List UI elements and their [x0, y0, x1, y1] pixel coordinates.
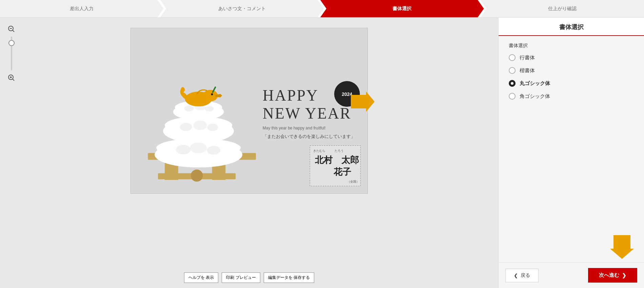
font-option-kaku-gothic[interactable]: 角ゴシック体 [509, 93, 634, 100]
font-option-gyosho[interactable]: 行書体 [509, 54, 634, 61]
font-option-maru-gothic[interactable]: 丸ゴシック体 [509, 80, 634, 87]
step-2[interactable]: 書体選択 [320, 0, 484, 17]
font-option-kaisho[interactable]: 楷書体 [509, 67, 634, 74]
svg-text:HAPPY: HAPPY [263, 87, 319, 104]
main-layout: HAPPY 2024 NEW YEAR May this year be hap… [0, 18, 644, 288]
svg-point-22 [207, 124, 218, 131]
radio-kaku-gothic[interactable] [509, 93, 516, 100]
font-label-kaisho: 楷書体 [520, 67, 535, 74]
svg-text:（全国）: （全国） [347, 180, 359, 183]
svg-point-20 [180, 123, 192, 131]
step-1[interactable]: あいさつ文・コメント [160, 0, 324, 17]
svg-text:「またお会いできるのを楽しみにしています」: 「またお会いできるのを楽しみにしています」 [263, 134, 355, 139]
panel-body: 書体選択 行書体 楷書体 丸ゴシック体 角ゴシック体 [499, 36, 644, 235]
svg-text:花子: 花子 [333, 167, 351, 177]
bottom-toolbar: ヘルプを 表示 印刷 プレビュー 編集データを 保存する [184, 272, 314, 283]
font-label-gyosho: 行書体 [520, 55, 535, 61]
radio-maru-gothic[interactable] [509, 80, 516, 87]
next-button[interactable]: 次へ進む ❯ [588, 268, 637, 283]
svg-point-17 [207, 146, 221, 155]
step-3[interactable]: 仕上がり確認 [481, 0, 644, 17]
zoom-controls [7, 24, 16, 83]
zoom-slider-thumb[interactable] [8, 40, 15, 46]
panel-footer: ❮ 戻る 次へ進む ❯ [499, 262, 644, 288]
svg-text:北村　太郎: 北村 太郎 [315, 155, 359, 165]
svg-point-21 [194, 121, 207, 130]
svg-point-25 [184, 105, 194, 111]
radio-gyosho[interactable] [509, 54, 516, 61]
save-button[interactable]: 編集データを 保存する [264, 272, 314, 283]
svg-text:NEW YEAR: NEW YEAR [263, 105, 351, 122]
svg-point-15 [176, 145, 191, 155]
svg-text:きたむら　　　たろう: きたむら たろう [313, 149, 344, 153]
svg-point-16 [190, 143, 207, 153]
font-label-maru-gothic: 丸ゴシック体 [520, 80, 550, 87]
stepper: 差出人入力あいさつ文・コメント書体選択仕上がり確認 [0, 0, 644, 18]
svg-marker-44 [610, 235, 634, 259]
back-button[interactable]: ❮ 戻る [505, 269, 539, 282]
section-title: 書体選択 [509, 43, 634, 49]
help-button[interactable]: ヘルプを 表示 [184, 272, 218, 283]
svg-line-2 [13, 30, 15, 32]
down-arrow-icon [610, 235, 634, 259]
zoom-in-icon[interactable] [7, 73, 16, 83]
down-arrow-container [499, 235, 644, 262]
card-preview: HAPPY 2024 NEW YEAR May this year be hap… [130, 28, 368, 194]
panel-title: 書体選択 [499, 18, 644, 36]
radio-kaisho[interactable] [509, 67, 516, 74]
canvas-area: HAPPY 2024 NEW YEAR May this year be hap… [0, 18, 498, 288]
svg-marker-43 [351, 91, 375, 112]
svg-point-12 [191, 169, 203, 182]
font-label-kaku-gothic: 角ゴシック体 [520, 93, 550, 100]
svg-text:May this year be happy and fru: May this year be happy and fruitful! [263, 126, 326, 130]
zoom-slider-track[interactable] [11, 37, 12, 70]
svg-point-30 [211, 93, 213, 95]
arrow-right-indicator [351, 91, 375, 113]
svg-line-6 [13, 79, 15, 81]
back-arrow-icon: ❮ [514, 273, 518, 278]
svg-point-27 [205, 106, 214, 111]
next-arrow-icon: ❯ [622, 272, 626, 279]
print-preview-button[interactable]: 印刷 プレビュー [222, 272, 260, 283]
step-0[interactable]: 差出人入力 [0, 0, 164, 17]
zoom-out-icon[interactable] [7, 24, 16, 34]
right-panel: 書体選択 書体選択 行書体 楷書体 丸ゴシック体 角ゴシック体 [498, 18, 644, 288]
